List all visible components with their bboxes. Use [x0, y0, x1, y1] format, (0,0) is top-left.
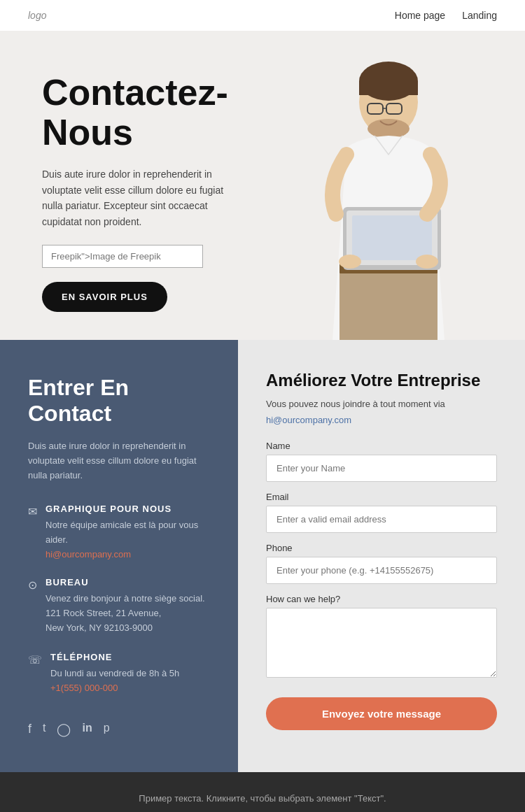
hero-content: Contactez-Nous Duis aute irure dolor in …	[0, 31, 252, 340]
twitter-icon[interactable]: t	[43, 722, 46, 737]
email-item-text: Notre équipe amicale est là pour vous ai…	[46, 518, 210, 548]
svg-rect-8	[340, 273, 438, 340]
social-icons: f t ◯ in p	[28, 722, 210, 737]
office-item-text: Venez dire bonjour à notre siège social.…	[46, 592, 205, 635]
logo: logo	[28, 10, 46, 21]
contact-left-description: Duis aute irure dolor in reprehenderit i…	[28, 439, 210, 483]
navbar: logo Home page Landing	[0, 0, 525, 31]
svg-point-12	[339, 255, 361, 269]
pinterest-icon[interactable]: p	[104, 722, 110, 737]
contact-left-panel: Entrer En Contact Duis aute irure dolor …	[0, 340, 238, 772]
hero-cta-button[interactable]: EN SAVOIR PLUS	[42, 282, 167, 312]
person-illustration	[276, 46, 500, 340]
hero-input[interactable]	[42, 245, 203, 268]
contact-email-item: ✉ GRAPHIQUE POUR NOUS Notre équipe amica…	[28, 504, 210, 560]
footer-text: Пример текста. Кликните, чтобы выбрать э…	[139, 793, 386, 804]
phone-item-title: TÉLÉPHONE	[50, 652, 179, 662]
message-textarea[interactable]	[266, 608, 497, 678]
email-field-group: Email	[266, 492, 497, 533]
form-description: Vous pouvez nous joindre à tout moment v…	[266, 397, 497, 412]
phone-field-group: Phone	[266, 543, 497, 584]
contact-right-panel: Améliorez Votre Entreprise Vous pouvez n…	[238, 340, 525, 772]
submit-button[interactable]: Envoyez votre message	[266, 697, 497, 730]
svg-rect-11	[352, 215, 432, 260]
footer: Пример текста. Кликните, чтобы выбрать э…	[0, 772, 525, 812]
nav-landing[interactable]: Landing	[462, 10, 497, 21]
phone-input[interactable]	[266, 557, 497, 584]
nav-home[interactable]: Home page	[395, 10, 445, 21]
svg-point-13	[416, 255, 438, 269]
name-label: Name	[266, 441, 497, 451]
message-label: How can we help?	[266, 594, 497, 604]
contact-office-item: ⊙ BUREAU Venez dire bonjour à notre sièg…	[28, 577, 210, 635]
name-field-group: Name	[266, 441, 497, 482]
svg-point-3	[368, 119, 410, 138]
phone-item-text: Du lundi au vendredi de 8h à 5h	[50, 667, 179, 681]
form-email-link[interactable]: hi@ourcompany.com	[266, 415, 497, 425]
hero-description: Duis aute irure dolor in reprehenderit i…	[42, 166, 224, 229]
hero-image	[252, 31, 525, 340]
nav-links: Home page Landing	[395, 10, 497, 21]
instagram-icon[interactable]: ◯	[57, 722, 71, 737]
email-label: Email	[266, 492, 497, 502]
email-link[interactable]: hi@ourcompany.com	[46, 549, 131, 560]
linkedin-icon[interactable]: in	[82, 722, 92, 737]
contact-phone-item: ☏ TÉLÉPHONE Du lundi au vendredi de 8h à…	[28, 652, 210, 694]
message-field-group: How can we help?	[266, 594, 497, 681]
email-icon: ✉	[28, 505, 37, 518]
email-item-title: GRAPHIQUE POUR NOUS	[46, 504, 210, 514]
contact-section: Entrer En Contact Duis aute irure dolor …	[0, 340, 525, 772]
phone-icon: ☏	[28, 653, 42, 667]
facebook-icon[interactable]: f	[28, 722, 31, 737]
form-title: Améliorez Votre Entreprise	[266, 371, 497, 390]
contact-left-title: Entrer En Contact	[28, 375, 210, 427]
name-input[interactable]	[266, 455, 497, 482]
phone-label: Phone	[266, 543, 497, 553]
hero-title: Contactez-Nous	[42, 73, 224, 152]
svg-rect-2	[359, 81, 418, 95]
phone-link[interactable]: +1(555) 000-000	[50, 683, 118, 693]
hero-section: Contactez-Nous Duis aute irure dolor in …	[0, 31, 525, 340]
email-input[interactable]	[266, 506, 497, 533]
office-item-title: BUREAU	[46, 577, 205, 587]
location-icon: ⊙	[28, 578, 37, 592]
